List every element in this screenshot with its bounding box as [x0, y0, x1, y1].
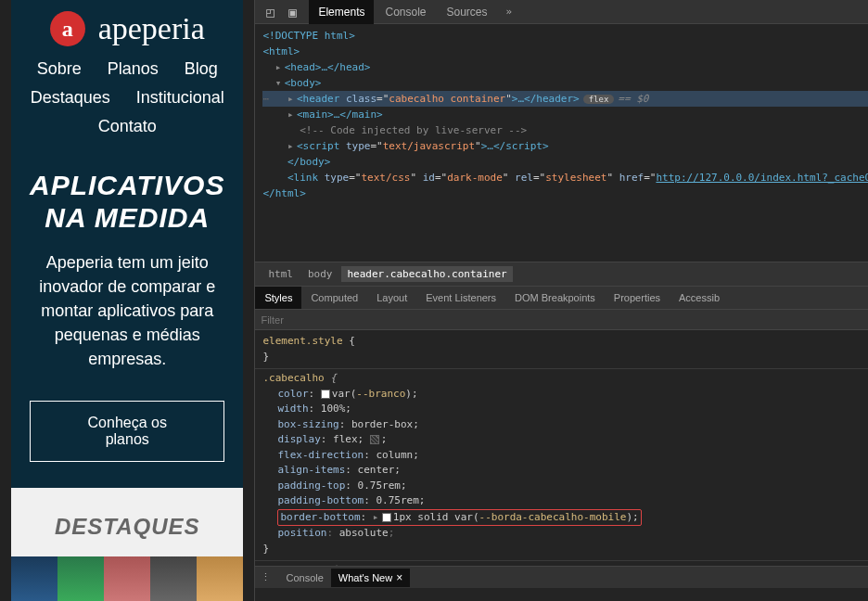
nav-planos[interactable]: Planos	[108, 59, 159, 79]
styles-tab-layout[interactable]: Layout	[367, 287, 416, 309]
crumb-html[interactable]: html	[262, 266, 299, 282]
color-swatch[interactable]	[382, 513, 391, 522]
dom-head[interactable]: <head>…</head>	[285, 61, 371, 73]
styles-tab-dombreakpoints[interactable]: DOM Breakpoints	[505, 287, 605, 309]
styles-tab-properties[interactable]: Properties	[605, 287, 670, 309]
nav-contato[interactable]: Contato	[98, 117, 157, 136]
brand-name: apeperia	[98, 11, 205, 46]
devtools-panel: ◰ ▣ Elements Console Sources » 💬 1 ⚙ ⋮ <…	[254, 0, 868, 601]
destaques-heading: DESTAQUES	[11, 514, 243, 540]
dom-tree[interactable]: <!DOCTYPE html> <html> ▸<head>…</head> ▾…	[255, 24, 868, 262]
device-toggle-icon[interactable]: ▣	[283, 3, 301, 21]
dom-comment: <!-- Code injected by live-server -->	[300, 124, 527, 136]
css-declaration[interactable]: align-items: center;	[277, 463, 868, 479]
site-nav-2: Destaques Institucional	[30, 88, 224, 108]
dom-body[interactable]: <body>	[285, 77, 322, 89]
styles-filter-row: :hov .cls + ▤	[255, 310, 868, 330]
tab-sources[interactable]: Sources	[438, 0, 497, 24]
dom-html-close: </html>	[262, 187, 305, 199]
styles-tab-styles[interactable]: Styles	[255, 287, 301, 309]
css-declaration[interactable]: border-bottom: ▸1px solid var(--borda-ca…	[277, 509, 868, 527]
styles-tab-accessibility[interactable]: Accessib	[670, 287, 729, 309]
styles-panel[interactable]: element.style { } .cabecalho {cabecalho.…	[255, 330, 868, 566]
site-header: a apeperia Sobre Planos Blog Destaques I…	[11, 0, 243, 153]
expand-icon[interactable]: ▸	[275, 59, 285, 75]
nav-blog[interactable]: Blog	[185, 59, 218, 79]
crumb-header[interactable]: header.cabecalho.container	[341, 266, 512, 282]
styles-filter-input[interactable]	[261, 314, 868, 326]
dom-breadcrumb: html body header.cabecalho.container	[255, 262, 868, 287]
destaques-thumbnails	[11, 556, 243, 601]
drawer-toolbar: ⋮ Console What's New×	[255, 566, 868, 588]
cta-button[interactable]: Conheça os planos	[30, 401, 224, 462]
nav-sobre[interactable]: Sobre	[37, 59, 82, 79]
css-declaration[interactable]: display: flex; ;	[277, 432, 868, 448]
color-swatch[interactable]	[321, 390, 330, 399]
dom-selected-header[interactable]: ⋯ ▸<header class="cabecalho container">……	[262, 91, 868, 107]
nav-destaques[interactable]: Destaques	[31, 88, 110, 108]
flex-swatch[interactable]	[370, 435, 379, 444]
css-declaration[interactable]: padding-top: 0.75rem;	[277, 479, 868, 494]
tabs-overflow[interactable]: »	[499, 0, 520, 24]
nav-institucional[interactable]: Institucional	[136, 88, 224, 108]
devtools-toolbar: ◰ ▣ Elements Console Sources » 💬 1 ⚙ ⋮	[255, 0, 868, 24]
css-declaration[interactable]: width: 100%;	[277, 402, 868, 417]
dom-main[interactable]: <main>…</main>	[297, 109, 383, 121]
expand-icon[interactable]: ▸	[373, 510, 382, 526]
dom-body-close: </body>	[287, 156, 330, 168]
css-declaration[interactable]: position: absolute;	[277, 526, 868, 542]
hero-title: APLICATIVOS NA MEDIDA	[30, 170, 224, 234]
hero-section: APLICATIVOS NA MEDIDA Apeperia tem um je…	[11, 153, 243, 488]
cabecalho-rule[interactable]: .cabecalho {cabecalho.c…638766559 color:…	[255, 369, 868, 561]
flex-badge[interactable]: flex	[583, 95, 615, 104]
css-declaration[interactable]: color: var(--branco);	[277, 387, 868, 403]
site-nav: Sobre Planos Blog	[30, 59, 224, 79]
styles-tab-computed[interactable]: Computed	[301, 287, 367, 309]
close-icon[interactable]: ×	[396, 571, 402, 584]
dom-html-open: <html>	[262, 45, 300, 58]
dom-doctype: <!DOCTYPE html>	[262, 30, 354, 42]
destaques-section: DESTAQUES	[11, 488, 243, 556]
mobile-preview: a apeperia Sobre Planos Blog Destaques I…	[11, 0, 243, 601]
collapse-icon[interactable]: ▾	[275, 75, 285, 91]
styles-tab-eventlisteners[interactable]: Event Listeners	[416, 287, 505, 309]
css-declaration[interactable]: padding-bottom: 0.75rem;	[277, 493, 868, 509]
drawer-status	[255, 588, 868, 601]
drawer-tab-whatsnew[interactable]: What's New×	[331, 569, 410, 587]
tab-console[interactable]: Console	[376, 0, 435, 24]
drawer-menu-icon[interactable]: ⋮	[261, 571, 271, 583]
site-nav-3: Contato	[30, 117, 224, 136]
styles-tabs: Styles Computed Layout Event Listeners D…	[255, 287, 868, 310]
css-declaration[interactable]: box-sizing: border-box;	[277, 417, 868, 433]
crumb-body[interactable]: body	[302, 266, 338, 282]
logo-icon: a	[50, 11, 85, 46]
eq0-label: == $0	[618, 93, 648, 105]
css-declaration[interactable]: flex-direction: column;	[277, 448, 868, 464]
drawer-tab-console[interactable]: Console	[278, 569, 330, 587]
tab-elements[interactable]: Elements	[309, 0, 374, 24]
element-style-rule[interactable]: element.style { }	[255, 332, 868, 369]
inspect-icon[interactable]: ◰	[261, 3, 279, 21]
hero-text: Apeperia tem um jeito inovador de compar…	[30, 250, 224, 371]
